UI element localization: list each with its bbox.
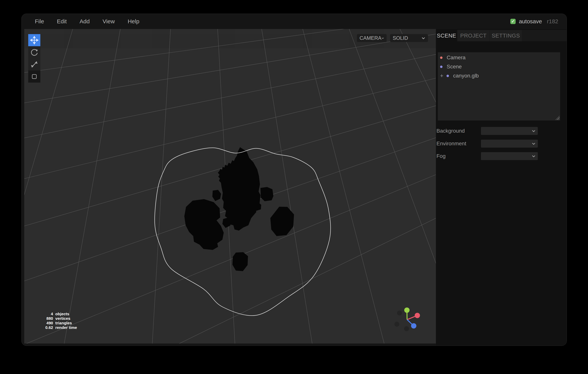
background-select[interactable] — [481, 127, 538, 135]
scene-dot-icon — [440, 65, 442, 68]
sidebar: SCENE PROJECT SETTINGS Camera Scene + ca… — [436, 29, 567, 346]
fog-row: Fog — [436, 152, 567, 160]
menu-view[interactable]: View — [103, 18, 115, 25]
outliner-item-label: Camera — [447, 54, 466, 61]
revision-label: r182 — [547, 18, 558, 25]
scene-canvas[interactable] — [24, 29, 436, 343]
chevron-down-icon — [532, 130, 536, 132]
menu-edit[interactable]: Edit — [57, 18, 67, 25]
chevron-down-icon — [381, 37, 384, 39]
axis-gizmo[interactable] — [394, 308, 420, 331]
environment-select[interactable] — [481, 140, 538, 148]
viewport-3d[interactable]: CAMERA SOLID 4 objects 880 vertices 490 … — [24, 29, 436, 343]
stat-label: triangles — [55, 321, 77, 325]
stat-label: objects — [55, 312, 77, 316]
expand-plus-icon[interactable]: + — [440, 73, 446, 79]
object-dot-icon — [446, 75, 449, 77]
camera-select[interactable]: CAMERA — [357, 34, 387, 42]
fog-select[interactable] — [481, 152, 538, 160]
transform-toolbar — [28, 34, 40, 83]
stat-value: 490 — [42, 321, 53, 325]
chevron-down-icon — [421, 37, 425, 39]
menubar: File Edit Add View Help ✓ autosave r182 — [21, 14, 567, 29]
square-icon — [30, 72, 39, 81]
stat-label: vertices — [55, 316, 77, 321]
tab-scene[interactable]: SCENE — [436, 30, 457, 41]
stat-value: 0.62 — [42, 325, 53, 330]
fog-label: Fog — [436, 152, 446, 160]
stat-label: render time — [55, 325, 77, 330]
threejs-editor-window: File Edit Add View Help ✓ autosave r182 — [21, 14, 567, 346]
shading-select[interactable]: SOLID — [390, 34, 428, 42]
outliner-item-canyon[interactable]: + canyon.glb — [438, 71, 560, 80]
stat-value: 4 — [42, 312, 53, 316]
local-world-toggle-button[interactable] — [28, 71, 40, 83]
tab-project[interactable]: PROJECT — [457, 30, 489, 41]
desktop: File Edit Add View Help ✓ autosave r182 — [0, 0, 588, 374]
scale-tool-button[interactable] — [28, 58, 40, 71]
outliner-item-label: Scene — [447, 64, 462, 70]
camera-select-value: CAMERA — [359, 35, 381, 41]
rotate-icon — [30, 48, 39, 57]
sidebar-tabbar: SCENE PROJECT SETTINGS — [436, 30, 567, 41]
chevron-down-icon — [532, 142, 536, 145]
stat-value: 880 — [42, 316, 53, 321]
outliner-item-label: canyon.glb — [453, 73, 479, 79]
autosave-checkbox[interactable]: ✓ — [510, 19, 516, 24]
environment-row: Environment — [436, 140, 567, 148]
outliner-resize-handle[interactable] — [556, 116, 560, 120]
rotate-tool-button[interactable] — [28, 46, 40, 58]
background-row: Background — [436, 127, 567, 135]
render-stats: 4 objects 880 vertices 490 triangles 0.6… — [42, 312, 77, 330]
autosave-label: autosave — [519, 18, 542, 25]
chevron-down-icon — [532, 155, 536, 158]
move-icon — [30, 35, 39, 45]
outliner-item-scene[interactable]: Scene — [438, 62, 560, 71]
scale-icon — [30, 60, 39, 69]
shading-select-value: SOLID — [393, 35, 408, 41]
menu-add[interactable]: Add — [80, 18, 90, 25]
environment-label: Environment — [436, 140, 466, 148]
translate-tool-button[interactable] — [28, 34, 40, 46]
outliner-panel: Camera Scene + canyon.glb — [438, 52, 560, 120]
outliner-item-camera[interactable]: Camera — [438, 53, 560, 62]
autosave-cluster: ✓ autosave r182 — [510, 14, 558, 29]
camera-dot-icon — [440, 56, 442, 59]
tab-settings[interactable]: SETTINGS — [490, 30, 522, 41]
check-icon: ✓ — [511, 19, 515, 23]
menu-file[interactable]: File — [35, 18, 44, 25]
background-label: Background — [436, 127, 465, 135]
menu-help[interactable]: Help — [128, 18, 139, 25]
